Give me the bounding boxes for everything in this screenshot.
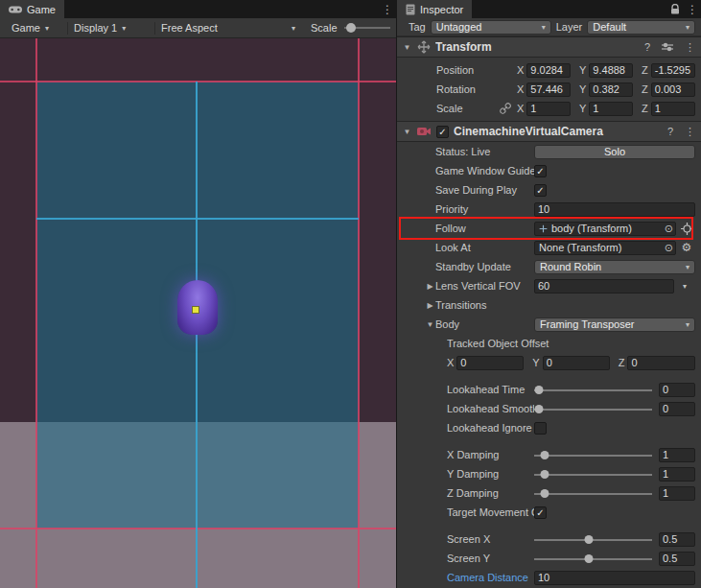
rotation-y-field[interactable]: 0.382 [589,82,633,97]
tab-game[interactable]: Game [0,0,64,18]
z-damping-slider[interactable] [534,487,652,500]
lookahead-smoothing-slider[interactable] [534,403,652,415]
object-picker-icon[interactable]: ⊙ [665,223,673,235]
lock-icon[interactable] [666,0,684,18]
caret-down-icon: ▾ [122,24,126,33]
target-movement-label: Target Movement Only [447,506,534,518]
slider-track [534,493,652,495]
body-label: Body [435,318,534,330]
slider-knob[interactable] [584,554,593,563]
tab-inspector[interactable]: Inspector [397,0,472,18]
position-x-field[interactable]: 9.0284 [526,63,571,78]
transform-menu-icon[interactable]: ⋮ [685,41,695,54]
priority-field[interactable]: 10 [534,202,695,217]
lens-foldout-icon[interactable]: ▶ [425,282,435,291]
lookahead-time-slider[interactable] [534,384,652,396]
save-checkbox[interactable]: ✓ [534,184,547,197]
standby-update-dropdown[interactable]: Round Robin ▾ [534,260,695,274]
caret-down-icon: ▾ [686,263,689,271]
slider-track [534,455,652,457]
scale-y-field[interactable]: 1 [589,102,633,116]
slider-knob[interactable] [541,489,549,498]
offset-x-field[interactable]: 0 [456,356,524,370]
guides-checkbox[interactable]: ✓ [534,165,547,177]
transitions-foldout-icon[interactable]: ▶ [425,301,435,310]
vcam-title: CinemachineVirtualCamera [454,125,656,138]
transitions-label: Transitions [435,299,534,311]
z-damping-field[interactable]: 1 [659,486,695,501]
x-damping-slider[interactable] [534,449,652,461]
slider-knob[interactable] [584,535,593,544]
caret-down-icon: ▾ [542,23,546,32]
standby-update-label: Standby Update [435,261,534,272]
tag-dropdown[interactable]: Untagged ▾ [431,20,551,35]
tab-game-label: Game [27,4,56,15]
look-at-row: Look At None (Transform) ⊙ ⚙ [397,238,701,257]
transform-header[interactable]: ▼ Transform ? ⋮ [397,36,701,58]
solo-button[interactable]: Solo [534,145,695,159]
slider-knob[interactable] [534,386,543,394]
lens-fov-field[interactable]: 60 [534,279,674,294]
lookahead-time-field[interactable]: 0 [659,383,695,397]
scale-x-field[interactable]: 1 [526,102,571,116]
game-viewport[interactable] [0,38,396,588]
slider-knob[interactable] [534,405,543,413]
screen-y-label: Screen Y [447,553,534,564]
game-toolbar: Game ▾ Display 1 ▾ Free Aspect ▾ Scale [0,18,396,38]
slider-knob[interactable] [541,470,549,479]
camera-distance-label: Camera Distance [447,572,534,583]
screen-y-field[interactable]: 0.5 [659,552,695,566]
target-movement-checkbox[interactable]: ✓ [534,506,547,519]
vcam-header[interactable]: ▼ ✓ CinemachineVirtualCamera ? ⋮ [397,121,701,142]
offset-y-field[interactable]: 0 [543,356,610,370]
screen-x-slider[interactable] [534,533,652,546]
object-picker-icon[interactable]: ⊙ [665,242,673,254]
scale-slider-knob[interactable] [346,23,356,33]
game-view-mode-dropdown[interactable]: Game ▾ [6,18,67,37]
scale-slider[interactable] [344,22,390,34]
tag-label: Tag [409,21,426,33]
display-dropdown[interactable]: Display 1 ▾ [68,18,154,37]
rotation-x-field[interactable]: 57.446 [526,82,571,97]
tracked-object-offset-row: Tracked Object Offset [397,334,701,353]
aspect-ratio-dropdown[interactable]: Free Aspect ▾ [155,18,301,37]
slider-track [534,474,652,476]
rotation-z-field[interactable]: 0.003 [651,82,695,97]
layer-dropdown[interactable]: Default ▾ [587,20,695,35]
screen-y-slider[interactable] [534,553,652,565]
y-damping-field[interactable]: 1 [659,467,695,482]
tracked-object-offset-label: Tracked Object Offset [447,338,695,349]
game-panel-menu-icon[interactable]: ⋮ [379,0,396,18]
scale-z-field[interactable]: 1 [651,102,695,116]
gear-icon[interactable]: ⚙ [678,241,695,254]
y-damping-slider[interactable] [534,468,652,481]
constrain-proportions-icon[interactable] [500,103,511,114]
follow-object-field[interactable]: body (Transform) ⊙ [534,222,676,236]
presets-icon[interactable] [662,42,673,52]
help-icon[interactable]: ? [667,126,673,137]
target-movement-row: Target Movement Only ✓ [397,503,701,522]
help-icon[interactable]: ? [644,41,650,53]
camera-distance-field[interactable]: 10 [534,571,695,585]
body-algorithm-dropdown[interactable]: Framing Transposer ▾ [534,318,695,332]
lookahead-ignore-checkbox[interactable] [534,422,547,435]
offset-z-field[interactable]: 0 [627,356,695,370]
position-y-field[interactable]: 9.4888 [589,63,633,78]
inspector-menu-icon[interactable]: ⋮ [684,0,701,18]
look-at-object-field[interactable]: None (Transform) ⊙ [534,241,676,255]
body-foldout-icon[interactable]: ▼ [425,320,435,329]
position-z-field[interactable]: -1.5295 [651,63,695,78]
x-damping-field[interactable]: 1 [659,448,695,462]
game-tabbar-spacer [64,0,379,18]
follow-target-icon[interactable] [678,223,695,235]
screen-x-field[interactable]: 0.5 [659,532,695,547]
priority-row: Priority 10 [397,200,701,219]
fov-presets-dropdown-icon[interactable]: ▾ [674,282,695,291]
vcam-foldout-icon[interactable]: ▼ [402,128,412,136]
guide-line-right [358,38,360,588]
vcam-enabled-checkbox[interactable]: ✓ [436,126,449,138]
slider-knob[interactable] [541,451,549,459]
transform-foldout-icon[interactable]: ▼ [402,43,412,52]
vcam-menu-icon[interactable]: ⋮ [685,126,695,138]
lookahead-smoothing-field[interactable]: 0 [659,402,695,416]
